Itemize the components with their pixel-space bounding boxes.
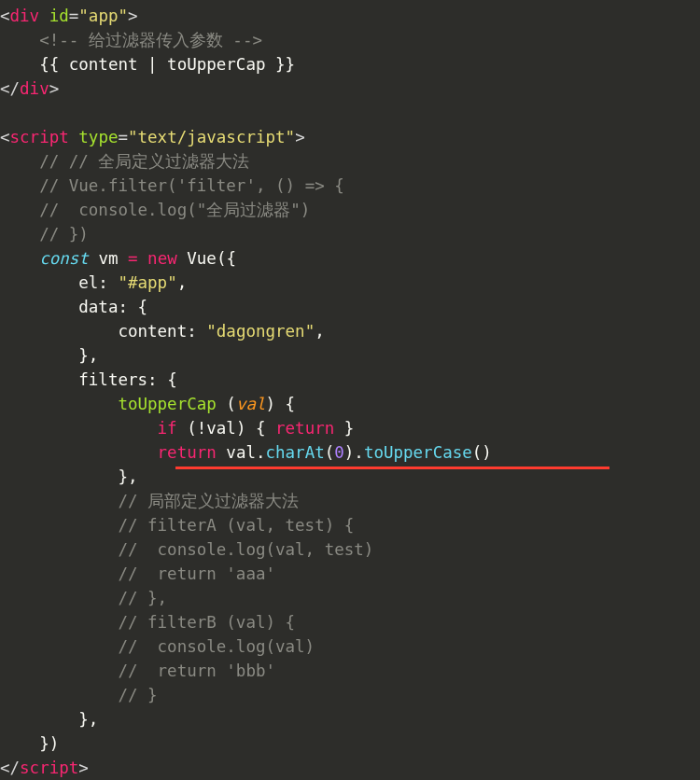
op-eq: = xyxy=(128,249,138,268)
kw-return2: return xyxy=(158,443,217,462)
method-charAt: charAt xyxy=(266,443,325,462)
tag-script-close: script xyxy=(20,759,78,777)
comment-local-5: // }, xyxy=(118,589,167,607)
highlight-underline xyxy=(175,467,609,469)
comment-local-7: // console.log(val) xyxy=(118,637,315,656)
string-js: "text/javascript" xyxy=(128,128,295,146)
comment-local-6: // filterB (val) { xyxy=(118,613,295,632)
key-content: content: xyxy=(118,322,196,341)
ref-val: val xyxy=(226,443,256,462)
string-app: "app" xyxy=(78,7,128,25)
kw-if: if xyxy=(158,419,177,438)
comment-local-2: // filterA (val, test) { xyxy=(118,516,354,535)
var-vm: vm xyxy=(98,249,118,268)
key-el: el: xyxy=(78,273,108,292)
comment-global-4: // }) xyxy=(39,225,89,244)
comment-filter-param: <!-- 给过滤器传入参数 --> xyxy=(39,31,262,49)
comment-local-9: // } xyxy=(118,686,157,704)
tag-script: script xyxy=(10,128,69,146)
key-data: data: xyxy=(78,298,128,316)
kw-return1: return xyxy=(275,419,334,438)
comment-global-3: // console.log("全局过滤器") xyxy=(39,201,310,219)
tag-div-close: div xyxy=(20,79,49,98)
template-expr: {{ content | toUpperCap }} xyxy=(39,55,295,74)
comment-local-4: // return 'aaa' xyxy=(118,564,275,583)
attr-id: id xyxy=(49,7,69,25)
attr-type: type xyxy=(78,128,118,146)
comment-global-2: // Vue.filter('filter', () => { xyxy=(39,176,344,195)
comment-local-1: // 局部定义过滤器大法 xyxy=(118,492,299,510)
comment-local-3: // console.log(val, test) xyxy=(118,540,373,559)
key-filters: filters: xyxy=(78,370,157,389)
param-val: val xyxy=(236,395,266,413)
tag-div: div xyxy=(10,7,40,25)
num-zero: 0 xyxy=(334,443,344,462)
comment-global-1: // // 全局定义过滤器大法 xyxy=(39,152,249,171)
val-content: "dagongren" xyxy=(206,322,315,341)
kw-new: new xyxy=(147,249,177,268)
class-vue: Vue xyxy=(187,249,217,268)
val-el: "#app" xyxy=(118,273,176,292)
method-toUpperCase: toUpperCase xyxy=(364,443,472,462)
expr-notval: !val xyxy=(197,419,236,438)
fn-toUpperCap: toUpperCap xyxy=(118,395,216,413)
code-editor[interactable]: <div id="app"> <!-- 给过滤器传入参数 --> {{ cont… xyxy=(0,0,700,780)
comment-local-8: // return 'bbb' xyxy=(118,662,275,680)
kw-const: const xyxy=(39,249,89,268)
